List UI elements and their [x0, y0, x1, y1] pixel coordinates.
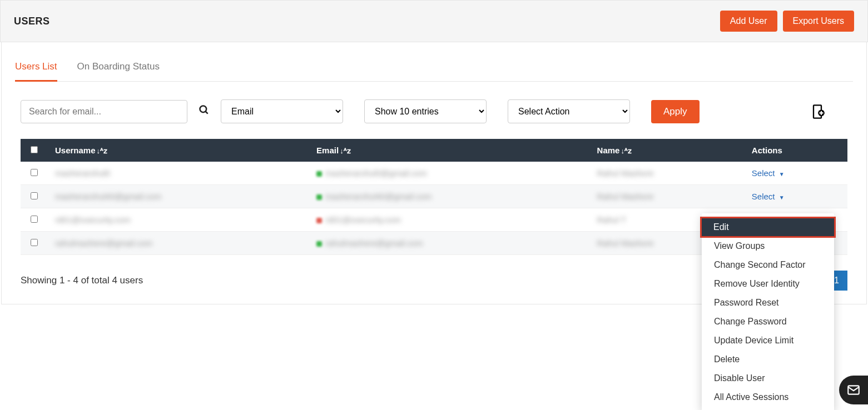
- status-dot: [316, 171, 322, 177]
- table-header-row: Username↓ᴬᴢ Email↓ᴬᴢ Name↓ᴬᴢ Actions: [21, 139, 847, 162]
- email-cell: masherarshul40@gmail.com: [325, 192, 431, 201]
- search-icon[interactable]: [199, 104, 210, 118]
- row-checkbox[interactable]: [31, 169, 38, 176]
- status-dot: [316, 194, 322, 200]
- dropdown-item-change-second-factor[interactable]: Change Second Factor: [702, 256, 834, 274]
- showing-text: Showing 1 - 4 of total 4 users: [21, 275, 143, 286]
- name-cell: Rahul Mashore: [597, 238, 654, 248]
- apply-button[interactable]: Apply: [651, 100, 700, 123]
- name-cell: Rahul Mashore: [597, 192, 654, 201]
- sort-icon: ↓ᴬᴢ: [340, 147, 351, 155]
- svg-point-0: [200, 106, 207, 113]
- controls-row: Email Show 10 entries Select Action Appl…: [15, 99, 853, 123]
- status-dot: [316, 218, 322, 223]
- table-row: masherarshul0masherarshul0@gmail.comRahu…: [21, 162, 847, 185]
- bulk-action-select[interactable]: Select Action: [508, 99, 630, 123]
- row-select-action[interactable]: Select ▼: [752, 192, 785, 201]
- tab-users-list[interactable]: Users List: [15, 56, 57, 82]
- sort-icon: ↓ᴬᴢ: [97, 147, 108, 155]
- row-select-action[interactable]: Select ▼: [752, 168, 785, 178]
- export-users-button[interactable]: Export Users: [783, 11, 854, 32]
- sort-icon: ↓ᴬᴢ: [621, 147, 632, 155]
- table-row: masherarshul40@gmail.commasherarshul40@g…: [21, 185, 847, 208]
- username-cell: masherarshul40@gmail.com: [55, 192, 161, 201]
- email-cell: masherarshul0@gmail.com: [325, 168, 427, 178]
- header-actions: Add User Export Users: [720, 11, 854, 32]
- add-device-icon[interactable]: [810, 104, 825, 119]
- status-dot: [316, 241, 322, 247]
- username-cell: masherarshul0: [55, 168, 110, 178]
- dropdown-item-edit[interactable]: Edit: [701, 218, 835, 237]
- svg-line-1: [206, 112, 208, 114]
- row-checkbox[interactable]: [31, 216, 38, 223]
- col-actions: Actions: [744, 139, 847, 162]
- name-cell: Rahul Mashore: [597, 168, 654, 178]
- search-input[interactable]: [21, 100, 187, 123]
- row-checkbox[interactable]: [31, 239, 38, 246]
- dropdown-item-view-groups[interactable]: View Groups: [702, 237, 834, 256]
- entries-select[interactable]: Show 10 entries: [364, 99, 487, 123]
- tab-onboarding-status[interactable]: On Boarding Status: [77, 56, 160, 82]
- name-cell: Rahul T: [597, 215, 626, 224]
- add-user-button[interactable]: Add User: [720, 11, 777, 32]
- username-cell: rahulmashere@gmail.com: [55, 238, 152, 248]
- col-name[interactable]: Name↓ᴬᴢ: [589, 139, 744, 162]
- dropdown-item-remove-user-identity[interactable]: Remove User Identity: [702, 274, 834, 293]
- col-username[interactable]: Username↓ᴬᴢ: [47, 139, 309, 162]
- actions-dropdown: EditView GroupsChange Second FactorRemov…: [702, 213, 834, 304]
- dropdown-item-password-reset[interactable]: Password Reset: [702, 293, 834, 304]
- email-cell: rd01@xsecurity.com: [325, 215, 401, 224]
- page-header: USERS Add User Export Users: [0, 0, 868, 42]
- page-title: USERS: [14, 16, 50, 27]
- col-email[interactable]: Email↓ᴬᴢ: [309, 139, 589, 162]
- filter-by-select[interactable]: Email: [221, 99, 343, 123]
- email-cell: rahulmashere@gmail.com: [325, 238, 423, 248]
- row-checkbox[interactable]: [31, 192, 38, 199]
- username-cell: rd01@xsecurity.com: [55, 215, 131, 224]
- tabs: Users List On Boarding Status: [15, 42, 853, 82]
- select-all-checkbox[interactable]: [31, 146, 38, 153]
